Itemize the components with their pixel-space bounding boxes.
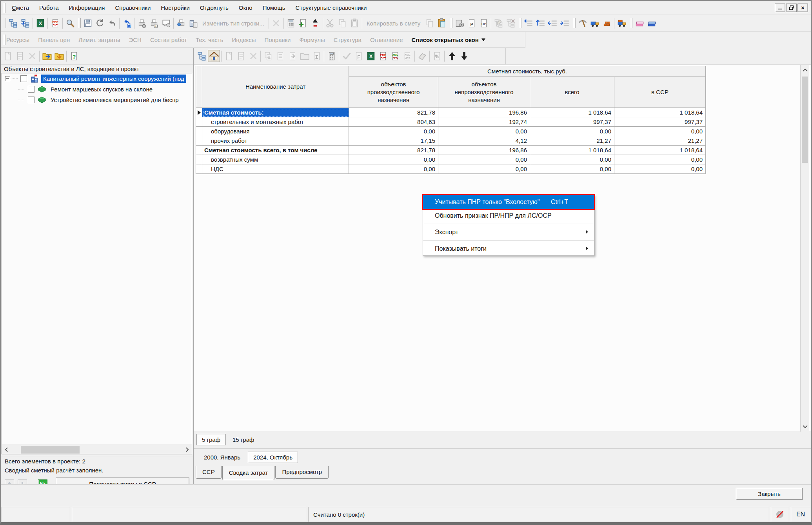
- view-button-10[interactable]: Структура: [334, 36, 361, 43]
- row-value[interactable]: 4,12: [438, 136, 530, 146]
- row-selector[interactable]: [196, 155, 202, 164]
- menu-4[interactable]: Справочники: [115, 4, 151, 11]
- refresh-icon[interactable]: [94, 17, 106, 29]
- folder-export-icon[interactable]: [41, 50, 53, 62]
- bricks-icon[interactable]: [601, 17, 613, 29]
- delete-icon[interactable]: [270, 17, 282, 29]
- tree-edit-icon[interactable]: [492, 17, 505, 29]
- period-tab-1[interactable]: 2000, Январь: [199, 452, 245, 463]
- pdf-icon[interactable]: PDF: [377, 50, 389, 62]
- doc-p-icon[interactable]: P: [465, 17, 478, 29]
- tree-node-label[interactable]: Устройство комплекса мероприятий для бес…: [49, 96, 181, 104]
- copy-icon[interactable]: [336, 17, 349, 29]
- tree-horizontal-scrollbar[interactable]: [2, 445, 192, 454]
- tree-node-label[interactable]: Капитальный ремонт инженерных сооружений…: [41, 75, 186, 83]
- row-name[interactable]: оборудования: [202, 127, 349, 136]
- row-value[interactable]: 192,74: [438, 117, 530, 127]
- outdent-row-icon[interactable]: [547, 17, 559, 29]
- print-icon[interactable]: [175, 17, 187, 29]
- print-settings2-icon[interactable]: ±: [148, 17, 160, 29]
- row-value[interactable]: 0,00: [530, 127, 614, 136]
- truck-icon[interactable]: [589, 17, 601, 29]
- eraser-icon[interactable]: [416, 50, 428, 62]
- tree-collapse-icon[interactable]: [5, 76, 10, 81]
- change-row-type-button[interactable]: Изменить тип строки...: [199, 20, 267, 27]
- copy-percent-icon[interactable]: %: [262, 50, 274, 62]
- row-value[interactable]: 0,00: [438, 155, 530, 164]
- arrow-up-icon[interactable]: [446, 50, 458, 62]
- scroll-down-icon[interactable]: [801, 421, 809, 432]
- row-value[interactable]: 821,78: [349, 146, 438, 155]
- column-header-1[interactable]: объектовпроизводственногоназначения: [349, 77, 438, 108]
- tree-node-label[interactable]: Ремонт маршевых спусков на склоне: [49, 85, 154, 93]
- menu-8[interactable]: Помощь: [263, 4, 285, 11]
- tree-hscroll-track[interactable]: [11, 445, 182, 454]
- menu-5[interactable]: Настройки: [161, 4, 190, 11]
- tree-structure-icon[interactable]: [7, 17, 19, 29]
- row-value[interactable]: 0,00: [438, 127, 530, 136]
- row-value[interactable]: 1 018,64: [614, 146, 706, 155]
- home-icon[interactable]: [208, 50, 220, 62]
- add-doc-icon[interactable]: [297, 17, 309, 29]
- arrow-down-icon[interactable]: [458, 50, 470, 62]
- view-tab-3[interactable]: Предпросмотр: [275, 466, 329, 479]
- menu-7[interactable]: Окно: [239, 4, 253, 11]
- row-name[interactable]: прочих работ: [202, 136, 349, 146]
- books-blue-icon[interactable]: [645, 17, 658, 29]
- toolbar-grip[interactable]: [630, 18, 632, 28]
- column-group-header[interactable]: Сметная стоимость, тыс.руб.: [349, 66, 706, 77]
- copy-structure-icon[interactable]: [187, 17, 199, 29]
- row-name[interactable]: НДС: [202, 164, 349, 174]
- row-value[interactable]: 1 018,64: [530, 146, 614, 155]
- truck-loaded-icon[interactable]: [616, 17, 628, 29]
- pickaxe-icon[interactable]: [576, 17, 589, 29]
- view-button-7[interactable]: Индексы: [232, 36, 256, 43]
- excel-icon[interactable]: X: [34, 17, 46, 29]
- minimize-button[interactable]: [775, 4, 785, 12]
- scroll-up-icon[interactable]: [801, 65, 809, 75]
- cut-icon[interactable]: [324, 17, 336, 29]
- toolbar-grip[interactable]: [3, 35, 5, 45]
- language-indicator[interactable]: EN: [791, 507, 810, 522]
- row-value[interactable]: 0,00: [614, 127, 706, 136]
- row-value[interactable]: 821,78: [349, 108, 438, 117]
- tree-checkbox[interactable]: [20, 75, 27, 82]
- row-name[interactable]: строительных и монтажных работ: [202, 117, 349, 127]
- view-button-3[interactable]: Лимит. затраты: [78, 36, 120, 43]
- close-button[interactable]: ×: [797, 4, 808, 12]
- row-name[interactable]: Сметная стоимость:: [202, 108, 349, 117]
- row-value[interactable]: 0,00: [438, 164, 530, 174]
- delete-icon[interactable]: [26, 50, 38, 62]
- excel-icon[interactable]: X: [365, 50, 377, 62]
- row-value[interactable]: 21,27: [530, 136, 614, 146]
- scroll-left-icon[interactable]: [2, 445, 11, 454]
- insert-row-above-icon[interactable]: [522, 17, 534, 29]
- delete-icon[interactable]: [247, 50, 259, 62]
- column-header-4[interactable]: в ССР: [614, 77, 706, 108]
- row-selector[interactable]: [196, 108, 202, 117]
- open-windows-dropdown[interactable]: Список открытых окон: [412, 36, 485, 43]
- new-doc-icon[interactable]: [2, 50, 14, 62]
- row-value[interactable]: 0,00: [530, 164, 614, 174]
- tree-node-3[interactable]: Устройство комплекса мероприятий для бес…: [2, 95, 192, 105]
- row-value[interactable]: 1 018,64: [614, 108, 706, 117]
- row-value[interactable]: 0,00: [530, 155, 614, 164]
- period-tab-2[interactable]: 2024, Октябрь: [248, 452, 298, 463]
- row-selector[interactable]: [196, 164, 202, 174]
- column-header-2[interactable]: объектовнепроизводственногоназначения: [438, 77, 530, 108]
- check-icon[interactable]: [340, 50, 352, 62]
- books-pink-icon[interactable]: [633, 17, 645, 29]
- view-button-9[interactable]: Формулы: [299, 36, 325, 43]
- row-value[interactable]: 0,00: [614, 164, 706, 174]
- edit-doc-icon[interactable]: [14, 50, 26, 62]
- row-selector[interactable]: [196, 117, 202, 127]
- row-value[interactable]: 997,37: [530, 117, 614, 127]
- view-tab-1[interactable]: ССР: [196, 466, 222, 479]
- graph-tab-1[interactable]: 5 граф: [196, 434, 226, 445]
- toolbar-grip[interactable]: [78, 18, 80, 28]
- view-button-2[interactable]: Панель цен: [38, 36, 70, 43]
- tree-insert-icon[interactable]: [19, 17, 31, 29]
- doc-pr-icon[interactable]: ПР: [478, 17, 490, 29]
- row-value[interactable]: 21,27: [614, 136, 706, 146]
- tree-structure-icon[interactable]: [196, 50, 208, 62]
